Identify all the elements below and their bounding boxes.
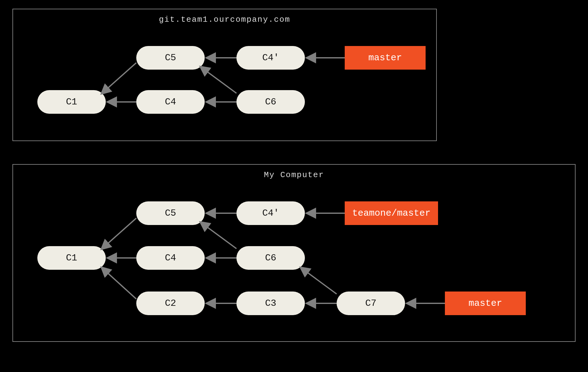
commit-local-c6: C6 <box>236 246 305 270</box>
commit-remote-c4: C4 <box>136 90 205 114</box>
commit-local-c7: C7 <box>337 292 405 315</box>
branch-remote-master: master <box>345 46 426 70</box>
branch-local-master: master <box>445 292 526 315</box>
commit-local-c2: C2 <box>136 292 205 315</box>
commit-local-c4p: C4' <box>236 201 305 225</box>
panel-remote-title: git.team1.ourcompany.com <box>13 15 436 24</box>
commit-local-c3: C3 <box>236 292 305 315</box>
panel-local-title: My Computer <box>13 170 575 180</box>
commit-local-c5: C5 <box>136 201 205 225</box>
panel-remote: git.team1.ourcompany.com <box>12 9 437 141</box>
commit-local-c1: C1 <box>37 246 106 270</box>
commit-remote-c1: C1 <box>37 90 106 114</box>
branch-teamone-master: teamone/master <box>345 201 438 225</box>
commit-local-c4: C4 <box>136 246 205 270</box>
commit-remote-c6: C6 <box>236 90 305 114</box>
commit-remote-c5: C5 <box>136 46 205 70</box>
commit-remote-c4p: C4' <box>236 46 305 70</box>
diagram-stage: git.team1.ourcompany.com C1 C5 C4' C4 C6… <box>0 0 588 372</box>
